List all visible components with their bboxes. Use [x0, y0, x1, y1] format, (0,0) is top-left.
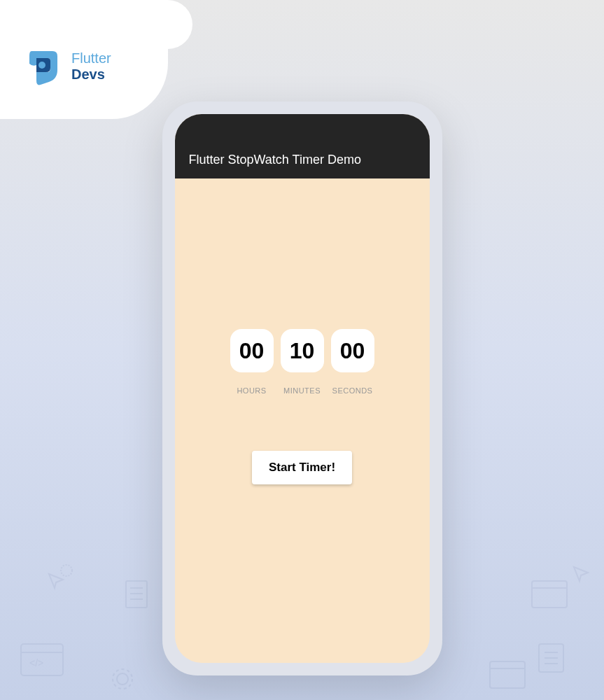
timer-container: 00 10 00 HOURS MINUTES SECONDS [175, 329, 430, 395]
svg-point-0 [38, 62, 45, 69]
seconds-value: 00 [340, 338, 365, 364]
seconds-label: SECONDS [331, 386, 374, 395]
timer-row: 00 10 00 [230, 329, 374, 372]
timer-card-hours: 00 [230, 329, 274, 372]
svg-point-1 [61, 565, 72, 576]
svg-point-10 [113, 669, 132, 689]
app-bar: Flutter StopWatch Timer Demo [175, 114, 430, 178]
timer-card-seconds: 00 [331, 329, 374, 372]
svg-rect-17 [490, 662, 525, 688]
hours-label: HOURS [230, 386, 274, 395]
svg-text:</>: </> [29, 657, 43, 668]
logo-text-top: Flutter [71, 50, 111, 66]
start-button-container: Start Timer! [175, 451, 430, 484]
svg-rect-11 [532, 581, 567, 608]
app-bar-title: Flutter StopWatch Timer Demo [189, 153, 361, 167]
logo-text-bottom: Devs [71, 66, 111, 83]
minutes-value: 10 [290, 338, 315, 364]
phone-screen: Flutter StopWatch Timer Demo 00 10 00 HO… [175, 114, 430, 663]
svg-rect-13 [539, 644, 563, 672]
svg-rect-2 [126, 581, 147, 608]
logo-badge: Flutter Devs [0, 0, 168, 119]
logo-text: Flutter Devs [71, 50, 111, 83]
svg-point-9 [117, 673, 128, 685]
timer-labels: HOURS MINUTES SECONDS [230, 386, 374, 395]
flutterdevs-logo-icon [21, 46, 63, 88]
minutes-label: MINUTES [281, 386, 324, 395]
phone-frame: Flutter StopWatch Timer Demo 00 10 00 HO… [162, 102, 442, 676]
hours-value: 00 [239, 338, 265, 364]
start-timer-button[interactable]: Start Timer! [252, 451, 352, 484]
svg-rect-6 [21, 644, 63, 676]
timer-card-minutes: 10 [281, 329, 324, 372]
